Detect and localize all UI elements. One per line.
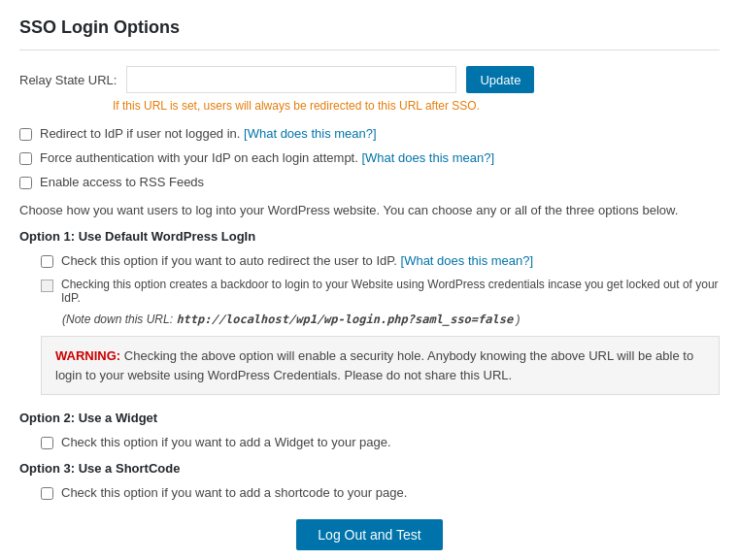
rss-feeds-label: Enable access to RSS Feeds — [40, 175, 204, 189]
warning-label: WARNING: — [55, 348, 120, 363]
logout-test-button[interactable]: Log Out and Test — [296, 519, 442, 550]
note-text: (Note down this URL: http://localhost/wp… — [62, 313, 720, 326]
widget-checkbox[interactable] — [41, 437, 53, 449]
page-title: SSO Login Options — [19, 17, 720, 38]
option1-content: Check this option if you want to auto re… — [41, 253, 720, 395]
shortcode-checkbox[interactable] — [41, 487, 53, 500]
auto-redirect-row: Check this option if you want to auto re… — [41, 253, 720, 268]
auto-redirect-checkbox[interactable] — [41, 255, 53, 268]
option2-heading: Option 2: Use a Widget — [19, 411, 720, 425]
backdoor-text: Checking this option creates a backdoor … — [61, 278, 720, 305]
option3-heading: Option 3: Use a ShortCode — [19, 461, 720, 476]
force-auth-link[interactable]: [What does this mean?] — [361, 150, 494, 165]
bottom-btn-row: Log Out and Test — [19, 519, 720, 550]
warning-box: WARNING: Checking the above option will … — [41, 336, 720, 395]
widget-row: Check this option if you want to add a W… — [41, 435, 720, 449]
relay-hint: If this URL is set, users will always be… — [113, 99, 720, 113]
update-button[interactable]: Update — [466, 66, 534, 93]
relay-state-input[interactable] — [126, 66, 456, 93]
option1-heading: Option 1: Use Default WordPress LogIn — [19, 229, 720, 244]
rss-feeds-row: Enable access to RSS Feeds — [19, 175, 720, 189]
redirect-to-idp-checkbox[interactable] — [19, 128, 32, 141]
relay-state-label: Relay State URL: — [19, 73, 117, 87]
backdoor-checkbox[interactable] — [41, 280, 53, 292]
redirect-to-idp-link[interactable]: [What does this mean?] — [244, 126, 377, 141]
option2-content: Check this option if you want to add a W… — [41, 435, 720, 449]
redirect-to-idp-label: Redirect to IdP if user not logged in. [… — [40, 126, 377, 141]
relay-state-row: Relay State URL: Update — [19, 66, 720, 93]
option3-content: Check this option if you want to add a s… — [41, 485, 720, 500]
shortcode-label: Check this option if you want to add a s… — [61, 485, 407, 500]
redirect-to-idp-row: Redirect to IdP if user not logged in. [… — [19, 126, 720, 141]
intro-text: Choose how you want users to log into yo… — [19, 203, 720, 217]
backdoor-row: Checking this option creates a backdoor … — [41, 278, 720, 305]
widget-label: Check this option if you want to add a W… — [61, 435, 391, 449]
force-auth-checkbox[interactable] — [19, 152, 32, 165]
auto-redirect-label: Check this option if you want to auto re… — [61, 253, 533, 268]
force-auth-label: Force authentication with your IdP on ea… — [40, 150, 494, 165]
page-container: SSO Login Options Relay State URL: Updat… — [0, 0, 739, 560]
rss-feeds-checkbox[interactable] — [19, 177, 32, 189]
title-divider — [19, 49, 720, 50]
auto-redirect-link[interactable]: [What does this mean?] — [401, 253, 534, 268]
force-auth-row: Force authentication with your IdP on ea… — [19, 150, 720, 165]
shortcode-row: Check this option if you want to add a s… — [41, 485, 720, 500]
